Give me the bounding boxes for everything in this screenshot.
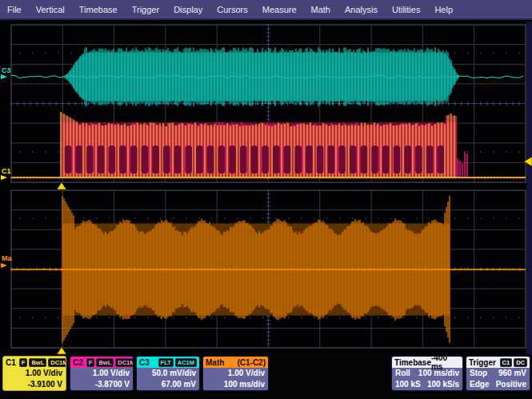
badge-c1: C1	[500, 358, 513, 367]
trigger-level: 960 mV	[498, 368, 526, 379]
c3-header: C3 FLTAC1M	[137, 357, 199, 368]
menu-item-trigger[interactable]: Trigger	[125, 5, 166, 14]
c1-header: C1 FBwLDC1M	[3, 357, 66, 368]
badge-f: F	[19, 358, 28, 367]
svg-text:Ma: Ma	[2, 254, 12, 262]
trigger-badges: C1DC	[498, 358, 527, 367]
c1-vdiv: 1.00 V/div	[3, 368, 66, 379]
trigger-row-2: Edge Positive	[466, 379, 530, 390]
badge-bwl: BwL	[96, 358, 114, 367]
c1-offset: -3.9100 V	[3, 379, 66, 390]
trigger-header: Trigger C1DC	[466, 357, 530, 368]
c3-name: C3	[139, 358, 150, 367]
c2-vdiv: 1.00 V/div	[70, 368, 133, 379]
math-header: Math (C1-C2)	[203, 357, 268, 368]
timebase-row-1: Roll 100 ms/div	[392, 368, 462, 379]
math-descriptor[interactable]: Math (C1-C2) 1.00 V/div 100 ms/div	[202, 356, 269, 391]
trigger-type: Edge	[470, 379, 489, 390]
status-bar: C1 FBwLDC1M 1.00 V/div -3.9100 V C2 FBwL…	[0, 354, 532, 399]
trace-c3[interactable]	[11, 47, 523, 106]
timebase-row-2: 100 kS 100 kS/s	[392, 379, 462, 390]
timebase-mode: Roll	[395, 368, 410, 379]
math-name: Math	[206, 358, 224, 367]
c2-name: C2	[73, 358, 83, 367]
trigger-mode: Stop	[470, 368, 487, 379]
timebase-title: Timebase	[394, 358, 431, 367]
waveform-display[interactable]: C3C1Ma	[0, 22, 532, 354]
timebase-rate: 100 kS/s	[427, 379, 459, 390]
badge-dc1m: DC1M	[115, 358, 134, 367]
math-hdiv: 100 ms/div	[203, 379, 268, 390]
badge-f: F	[86, 358, 95, 367]
badge-bwl: BwL	[29, 358, 46, 367]
badge-dc: DC	[514, 358, 527, 367]
menu-item-cursors[interactable]: Cursors	[210, 5, 255, 14]
menu-item-file[interactable]: File	[0, 5, 29, 14]
c1-badges: FBwLDC1M	[18, 358, 66, 367]
c3-vdiv: 50.0 mV/div	[137, 368, 199, 379]
c3-badges: FLTAC1M	[157, 358, 197, 367]
timebase-scale: 100 ms/div	[418, 368, 459, 379]
menu-bar: FileVerticalTimebaseTriggerDisplayCursor…	[0, 0, 532, 20]
badge-dc1m: DC1M	[48, 358, 66, 367]
channel-descriptor-c1[interactable]: C1 FBwLDC1M 1.00 V/div -3.9100 V	[2, 356, 66, 391]
math-vdiv: 1.00 V/div	[203, 368, 268, 379]
timebase-descriptor[interactable]: Timebase -400 ms Roll 100 ms/div 100 kS …	[391, 356, 463, 391]
oscilloscope-app: FileVerticalTimebaseTriggerDisplayCursor…	[0, 0, 532, 399]
right-margin-strip	[526, 22, 532, 354]
menu-item-math[interactable]: Math	[304, 5, 338, 14]
trigger-row-1: Stop 960 mV	[466, 368, 530, 379]
menu-item-utilities[interactable]: Utilities	[385, 5, 427, 14]
timebase-header: Timebase -400 ms	[392, 357, 462, 368]
svg-text:C3: C3	[2, 66, 11, 74]
menu-item-vertical[interactable]: Vertical	[29, 5, 72, 14]
menu-item-display[interactable]: Display	[166, 5, 210, 14]
timebase-samples: 100 kS	[395, 379, 421, 390]
badge-ac1m: AC1M	[175, 358, 197, 367]
math-source: (C1-C2)	[237, 358, 266, 367]
svg-text:C1: C1	[2, 167, 11, 175]
menu-item-measure[interactable]: Measure	[255, 5, 304, 14]
c3-offset: 67.00 mV	[137, 379, 199, 390]
trigger-title: Trigger	[469, 358, 496, 367]
c2-header: C2 FBwLDC1M	[70, 357, 133, 368]
menu-item-timebase[interactable]: Timebase	[72, 5, 125, 14]
badge-flt: FLT	[158, 358, 174, 367]
trigger-descriptor[interactable]: Trigger C1DC Stop 960 mV Edge Positive	[466, 356, 530, 391]
menu-item-help[interactable]: Help	[427, 5, 460, 14]
c2-badges: FBwLDC1M	[85, 358, 134, 367]
trigger-slope: Positive	[496, 379, 526, 390]
menu-item-analysis[interactable]: Analysis	[338, 5, 385, 14]
channel-descriptor-c2[interactable]: C2 FBwLDC1M 1.00 V/div -3.8700 V	[70, 356, 134, 391]
scope-screen: C3C1Ma	[0, 22, 532, 354]
c2-offset: -3.8700 V	[70, 379, 133, 390]
c1-name: C1	[6, 358, 16, 367]
channel-descriptor-c3[interactable]: C3 FLTAC1M 50.0 mV/div 67.00 mV	[136, 356, 200, 391]
